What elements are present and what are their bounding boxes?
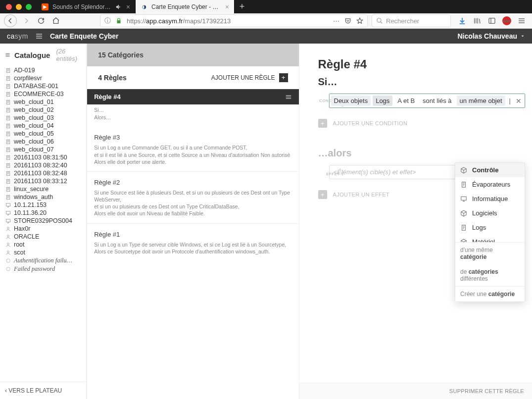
svg-point-22 xyxy=(7,227,9,229)
sidebar-item[interactable]: Authentification failu… xyxy=(0,256,86,265)
sidebar-item[interactable]: web_cloud_03 xyxy=(0,114,86,122)
page-actions-icon[interactable]: ⋯ xyxy=(333,17,339,25)
clear-icon[interactable]: ✕ xyxy=(516,97,522,105)
close-window-icon[interactable] xyxy=(6,4,12,10)
sidebar-item[interactable]: 20161103 08:32:48 xyxy=(0,169,86,177)
sidebar-item[interactable]: web_cloud_07 xyxy=(0,146,86,153)
catalogue-header[interactable]: Catalogue (26 entités) xyxy=(0,44,86,66)
back-button[interactable] xyxy=(4,14,17,27)
condition-input[interactable]: Deux objets Logs A et B sont liés à un m… xyxy=(329,94,526,108)
add-condition[interactable]: + AJOUTER UNE CONDITION xyxy=(318,119,526,128)
dropdown-item[interactable]: Contrôle xyxy=(455,163,525,177)
library-icon[interactable] xyxy=(473,16,482,25)
dropdown-item[interactable]: Logs xyxy=(455,220,525,235)
sidebar-item[interactable]: web_cloud_02 xyxy=(0,106,86,114)
sidebar-item[interactable]: ECOMMERCE-03 xyxy=(0,90,86,98)
sidebar-item[interactable]: 20161103 08:31:50 xyxy=(0,153,86,161)
add-rule-label: AJOUTER UNE RÈGLE xyxy=(211,74,275,81)
dropdown-option-diff-categories[interactable]: de catégories différentes xyxy=(455,264,525,286)
dropdown-create-category[interactable]: Créer une catégorie xyxy=(455,287,525,301)
sidebar-item-label: corpfilesvr xyxy=(14,75,42,82)
workspace: Catalogue (26 entités) AD-019corpfilesvr… xyxy=(0,44,532,399)
back-to-board[interactable]: ‹ VERS LE PLATEAU xyxy=(0,382,86,399)
dropdown-item[interactable]: Logiciels xyxy=(455,206,525,220)
reload-button[interactable] xyxy=(36,15,47,26)
home-button[interactable] xyxy=(50,15,61,26)
menu-icon[interactable] xyxy=(517,16,526,25)
dropdown-item[interactable]: Matériel xyxy=(455,235,525,242)
bookmark-icon[interactable] xyxy=(356,17,363,24)
brand-logo[interactable]: casym xyxy=(7,32,28,40)
adblock-icon[interactable]: ABP xyxy=(502,16,511,25)
rules-count: 4 Règles xyxy=(98,74,127,82)
categories-header[interactable]: 15 Catégories xyxy=(87,44,298,66)
sidebar-item-label: 20161103 08:31:50 xyxy=(14,154,67,161)
delete-rule[interactable]: SUPPRIMER CETTE RÈGLE xyxy=(299,383,532,399)
doc-icon xyxy=(5,123,11,129)
sidebar-item[interactable]: 20161103 08:33:12 xyxy=(0,177,86,185)
rule-item-selected[interactable]: Règle #4 Si… Alors… xyxy=(87,89,298,127)
sidebar-item[interactable]: web_cloud_04 xyxy=(0,122,86,130)
app-menu-icon[interactable] xyxy=(35,32,43,40)
token-two-objects[interactable]: Deux objets xyxy=(331,96,371,106)
sidebar-icon[interactable] xyxy=(487,16,496,25)
sidebar-item[interactable]: AD-019 xyxy=(0,66,86,74)
sidebar-item[interactable]: root xyxy=(0,241,86,249)
pocket-icon[interactable] xyxy=(344,17,351,24)
search-bar[interactable]: Rechercher xyxy=(372,14,451,27)
doc-icon xyxy=(5,147,11,152)
downloads-icon[interactable] xyxy=(458,16,467,25)
zoom-window-icon[interactable] xyxy=(26,4,32,10)
dropdown-option-same-category[interactable]: d'une même catégorie xyxy=(455,243,525,264)
token-a-and-b: A et B xyxy=(394,96,418,106)
rule-item[interactable]: Règle #1 Si un Log a un Type de serveur … xyxy=(87,223,298,261)
editor-title: Règle #4 xyxy=(318,57,526,71)
sidebar-item[interactable]: web_cloud_06 xyxy=(0,138,86,146)
close-tab-icon[interactable]: × xyxy=(225,3,229,11)
sidebar-item-label: web_cloud_07 xyxy=(14,146,54,153)
dropdown-item[interactable]: Informatique xyxy=(455,192,525,206)
rule-item[interactable]: Règle #2 Si une Source est liée à plusie… xyxy=(87,171,298,223)
sidebar-item[interactable]: linux_secure xyxy=(0,185,86,193)
dropdown-item[interactable]: Évaporateurs xyxy=(455,177,525,192)
doc-icon xyxy=(5,139,11,145)
plus-icon: + xyxy=(279,73,288,82)
token-linked-to: sont liés à xyxy=(420,96,455,106)
sidebar-item[interactable]: 10.11.36.20 xyxy=(0,209,86,217)
browser-tab[interactable]: ▶ Sounds of Splendor #1 - Ju… × xyxy=(37,0,136,13)
doc-icon xyxy=(460,181,467,188)
minimize-window-icon[interactable] xyxy=(16,4,22,10)
sidebar-item[interactable]: scot xyxy=(0,249,86,256)
rules-list: Règle #4 Si… Alors… Règle #3 Si un Log a… xyxy=(87,89,298,399)
forward-button[interactable] xyxy=(21,15,32,26)
new-tab-button[interactable]: + xyxy=(235,0,249,13)
sidebar-item[interactable]: STORE0329POS004 xyxy=(0,217,86,225)
sidebar-item[interactable]: DATABASE-001 xyxy=(0,82,86,90)
sidebar-item[interactable]: ORACLE xyxy=(0,233,86,241)
sidebar-item[interactable]: 10.1.21.153 xyxy=(0,201,86,209)
window-controls xyxy=(4,0,37,13)
rule-actions-icon[interactable] xyxy=(285,94,292,100)
sidebar-item[interactable]: 20161103 08:32:40 xyxy=(0,161,86,169)
rule-editor: Règle #4 Si… CONDITION 1 Deux objets Log… xyxy=(299,44,532,399)
user-menu[interactable]: Nicolas Chauveau xyxy=(457,32,525,40)
add-rule[interactable]: AJOUTER UNE RÈGLE + xyxy=(211,73,288,82)
info-icon[interactable]: ⓘ xyxy=(104,16,111,25)
token-logs[interactable]: Logs xyxy=(373,96,392,106)
sidebar-item[interactable]: Hax0r xyxy=(0,225,86,233)
sidebar-item[interactable]: corpfilesvr xyxy=(0,74,86,82)
rule-item[interactable]: Règle #3 Si un Log a une Commande GET, o… xyxy=(87,127,298,171)
sidebar-item-label: web_cloud_03 xyxy=(14,114,54,121)
sidebar-item[interactable]: windows_auth xyxy=(0,193,86,201)
sidebar-item[interactable]: web_cloud_01 xyxy=(0,98,86,106)
sidebar-item[interactable]: web_cloud_05 xyxy=(0,130,86,138)
browser-tab[interactable]: ◑ Carte Enquete Cyber - Casym × xyxy=(136,0,235,13)
sidebar-item-label: web_cloud_02 xyxy=(14,106,54,113)
plus-icon: + xyxy=(318,190,327,199)
close-tab-icon[interactable]: × xyxy=(126,3,130,11)
speaker-icon[interactable] xyxy=(115,3,122,10)
token-same-object[interactable]: un même objet xyxy=(457,96,505,106)
address-bar[interactable]: ⓘ https://app.casym.fr/maps/17392213 ⋯ xyxy=(100,14,368,27)
center-panel: 15 Catégories 4 Règles AJOUTER UNE RÈGLE… xyxy=(87,44,299,399)
sidebar-item[interactable]: Failed password xyxy=(0,265,86,273)
